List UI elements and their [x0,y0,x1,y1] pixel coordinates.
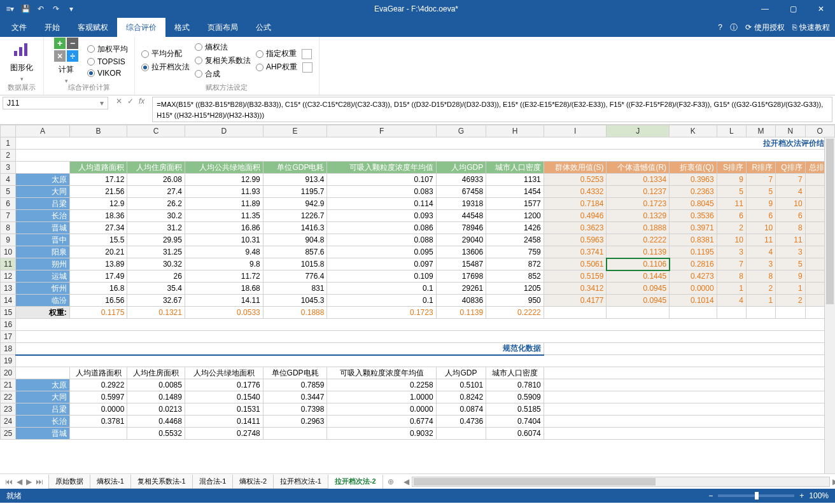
row-label[interactable]: 长治 [16,416,70,428]
tab-nav-last-icon[interactable]: ⏭ [36,477,43,486]
sheet-tab[interactable]: 原始数据 [48,475,90,489]
data-cell[interactable]: 78946 [436,222,486,234]
data-cell[interactable]: 0.1334 [607,174,670,186]
data-cell[interactable]: 5 [776,258,805,270]
data-cell[interactable]: 29040 [436,234,486,246]
data-cell[interactable]: 15487 [436,258,486,270]
data-cell[interactable]: 0.2363 [670,186,717,198]
data-cell[interactable]: 0.1014 [670,295,717,307]
data-cell[interactable]: 857.6 [263,246,327,258]
data-cell[interactable]: 0.2963 [263,416,327,428]
data-cell[interactable]: 11 [776,234,805,246]
data-cell[interactable]: 6 [717,210,746,222]
data-cell[interactable]: 10 [776,198,805,210]
data-cell[interactable]: 0.5909 [486,391,544,403]
data-cell[interactable]: 0.7404 [486,416,544,428]
row-header[interactable]: 11 [1,258,16,270]
data-cell[interactable]: 0.5963 [544,234,607,246]
data-cell[interactable]: 26 [127,270,185,283]
data-cell[interactable]: 16.86 [185,222,263,234]
row-header[interactable]: 13 [1,283,16,295]
data-cell[interactable]: 27.34 [69,222,127,234]
data-cell[interactable]: 11.72 [185,270,263,283]
col-header[interactable]: J [607,125,670,137]
row-label[interactable]: 晋中 [16,234,70,246]
data-cell[interactable]: 0.4177 [544,295,607,307]
tab-formula[interactable]: 公式 [247,18,280,37]
data-cell[interactable]: 1195.7 [263,186,327,198]
data-cell[interactable]: 0.1776 [185,379,263,391]
data-cell[interactable]: 11.89 [185,198,263,210]
help-icon[interactable]: ? [718,23,722,32]
data-cell[interactable]: 0.5253 [544,174,607,186]
data-cell[interactable]: 0.1531 [185,403,263,416]
data-cell[interactable]: 2458 [486,234,544,246]
col-header[interactable]: L [717,125,746,137]
col-header[interactable]: G [436,125,486,137]
data-cell[interactable]: 0.0945 [607,283,670,295]
data-cell[interactable]: 32.67 [127,295,185,307]
data-cell[interactable]: 0.5997 [69,391,127,403]
data-cell[interactable]: 0.1411 [185,416,263,428]
data-cell[interactable]: 0.107 [327,174,436,186]
data-cell[interactable]: 852 [486,270,544,283]
data-cell[interactable]: 913.4 [263,174,327,186]
data-cell[interactable]: 0.0213 [127,403,185,416]
data-cell[interactable]: 31.25 [127,246,185,258]
data-cell[interactable]: 2 [776,295,805,307]
data-cell[interactable]: 2 [746,283,775,295]
radio-topsis[interactable]: TOPSIS [87,57,128,66]
row-header[interactable]: 4 [1,174,16,186]
row-label[interactable]: 吕梁 [16,198,70,210]
data-cell[interactable]: 0.2748 [185,428,263,440]
data-cell[interactable]: 0.1237 [607,186,670,198]
spreadsheet-grid[interactable]: ABCDEFGHIJKLMNO 1拉开档次法评价结果 2 3 人均道路面积人均住… [0,125,835,440]
data-cell[interactable]: 0.1106 [607,258,670,270]
save-icon[interactable]: 💾 [20,4,31,14]
data-cell[interactable]: 0.083 [327,186,436,198]
radio-vikor[interactable]: VIKOR [87,69,128,78]
data-cell[interactable]: 0.114 [327,198,436,210]
data-cell[interactable]: 21.56 [69,186,127,198]
data-cell[interactable]: 3 [776,246,805,258]
cancel-formula-icon[interactable]: ✕ [116,97,122,106]
data-cell[interactable]: 0.1888 [607,222,670,234]
qat-dropdown-icon[interactable]: ▾ [66,4,76,14]
row-header[interactable]: 8 [1,222,16,234]
tab-nav-first-icon[interactable]: ⏮ [5,477,13,486]
data-cell[interactable] [263,428,327,440]
data-cell[interactable]: 0.9032 [327,428,436,440]
data-cell[interactable]: 0.1 [327,283,436,295]
row-header[interactable]: 5 [1,186,16,198]
data-cell[interactable]: 9 [776,270,805,283]
data-cell[interactable]: 0.1723 [607,198,670,210]
data-cell[interactable]: 1200 [486,210,544,222]
col-header[interactable]: F [327,125,436,137]
data-cell[interactable]: 1 [746,295,775,307]
data-cell[interactable]: 0.2258 [327,379,436,391]
chart-button[interactable]: 图形化 ▾ [6,37,37,85]
data-cell[interactable]: 0.8381 [670,234,717,246]
row-header[interactable]: 14 [1,295,16,307]
col-header[interactable]: N [776,125,805,137]
data-cell[interactable]: 0.0085 [127,379,185,391]
data-cell[interactable]: 18.36 [69,210,127,222]
data-cell[interactable]: 0.6074 [486,428,544,440]
col-header[interactable]: A [16,125,70,137]
horizontal-scrollbar[interactable]: ◀▶ [412,477,830,487]
formula-input[interactable]: =MAX(B15* ((B32-B15*B28)/(B32-B33)), C15… [152,97,832,122]
data-cell[interactable]: 0.3963 [670,174,717,186]
data-cell[interactable]: 8 [717,270,746,283]
data-cell[interactable]: 10 [746,222,775,234]
data-cell[interactable]: 0.5185 [486,403,544,416]
data-cell[interactable]: 1015.8 [263,258,327,270]
data-cell[interactable]: 9.48 [185,246,263,258]
data-cell[interactable]: 0.3412 [544,283,607,295]
accept-formula-icon[interactable]: ✓ [127,97,134,106]
row-header[interactable]: 12 [1,270,16,283]
data-cell[interactable]: 831 [263,283,327,295]
data-cell[interactable]: 0.8045 [670,198,717,210]
data-cell[interactable]: 0.1445 [607,270,670,283]
data-cell[interactable]: 0.095 [327,246,436,258]
section-title[interactable]: 拉开档次法评价结果 [16,137,835,150]
